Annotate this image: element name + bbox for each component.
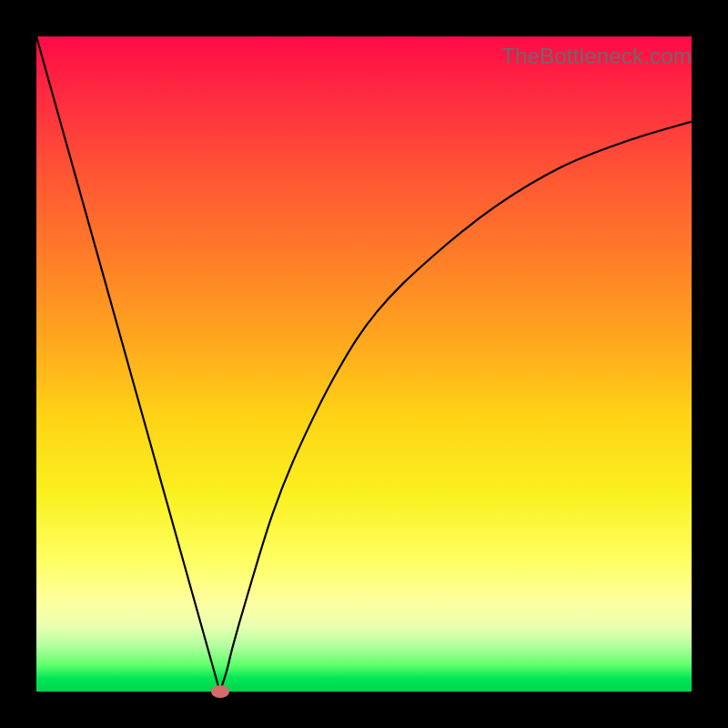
chart-frame: TheBottleneck.com [0, 0, 728, 728]
bottleneck-curve [36, 36, 692, 692]
optimal-point-marker [211, 685, 229, 698]
plot-area: TheBottleneck.com [36, 36, 692, 692]
watermark-text: TheBottleneck.com [501, 44, 692, 69]
